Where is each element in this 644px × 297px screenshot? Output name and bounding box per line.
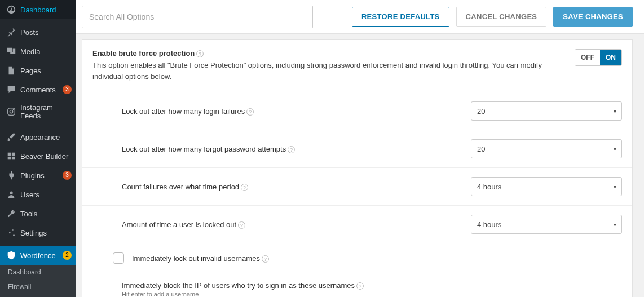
count-period-select[interactable]: 4 hours: [471, 177, 622, 196]
page-icon: [6, 65, 17, 76]
sidebar-item-label: Appearance: [20, 133, 72, 141]
sidebar-item-instagram[interactable]: Instagram Feeds: [0, 99, 76, 124]
svg-rect-5: [8, 157, 11, 159]
section-header: Enable brute force protection? This opti…: [82, 40, 632, 92]
svg-rect-6: [12, 157, 15, 159]
sidebar-item-label: Pages: [20, 67, 72, 75]
option-label: Lock out after how many login failures?: [122, 107, 471, 116]
main-content: RESTORE DEFAULTS CANCEL CHANGES SAVE CHA…: [76, 0, 644, 297]
sidebar-item-label: Posts: [20, 28, 72, 37]
help-icon[interactable]: ?: [262, 255, 269, 263]
plug-icon: [6, 170, 17, 181]
option-label: Count failures over what time period?: [122, 183, 471, 191]
sidebar-item-tools[interactable]: Tools: [0, 204, 76, 223]
notification-badge: 3: [63, 85, 72, 94]
sidebar-item-dashboard[interactable]: Dashboard: [0, 0, 76, 19]
svg-rect-0: [8, 108, 15, 116]
lockout-forgot-select[interactable]: 20: [471, 139, 622, 158]
sidebar-item-settings[interactable]: Settings: [0, 223, 76, 242]
section-title: Enable brute force protection?: [92, 49, 563, 57]
help-icon[interactable]: ?: [196, 50, 204, 57]
wordfence-submenu: Dashboard Firewall Scan Tools Login Secu…: [0, 265, 76, 297]
sliders-icon: [6, 227, 17, 238]
media-icon: [6, 46, 17, 57]
comment-icon: [6, 84, 17, 95]
svg-point-10: [13, 234, 15, 236]
save-changes-button[interactable]: SAVE CHANGES: [553, 7, 633, 27]
sidebar-item-label: Media: [20, 47, 72, 56]
subitem-firewall[interactable]: Firewall: [0, 280, 76, 294]
option-label: Immediately block the IP of users who tr…: [122, 281, 622, 290]
help-icon[interactable]: ?: [238, 221, 245, 229]
option-row-lockout-time: Amount of time a user is locked out? 4 h…: [82, 206, 632, 243]
admin-sidebar: Dashboard Posts Media Pages Comments 3 I…: [0, 0, 76, 297]
svg-rect-4: [12, 153, 15, 156]
options-panel: Enable brute force protection? This opti…: [82, 39, 633, 297]
sidebar-item-label: Users: [20, 190, 72, 199]
option-label: Lock out after how many forgot password …: [122, 145, 471, 153]
sidebar-item-label: Dashboard: [20, 6, 72, 14]
wrench-icon: [6, 208, 17, 219]
shield-icon: [6, 250, 17, 261]
gauge-icon: [6, 4, 17, 15]
sidebar-item-media[interactable]: Media: [0, 42, 76, 61]
user-icon: [6, 189, 17, 200]
subitem-scan[interactable]: Scan: [0, 294, 76, 297]
lockout-failures-select[interactable]: 20: [471, 101, 622, 121]
notification-badge: 2: [63, 251, 72, 260]
svg-rect-3: [8, 153, 11, 156]
sidebar-item-comments[interactable]: Comments 3: [0, 80, 76, 99]
svg-point-9: [9, 232, 11, 234]
grid-icon: [6, 150, 17, 162]
option-row-invalid-usernames: Immediately lock out invalid usernames?: [82, 243, 632, 273]
svg-point-8: [12, 229, 14, 231]
sidebar-item-pages[interactable]: Pages: [0, 61, 76, 80]
option-label: Amount of time a user is locked out?: [122, 220, 471, 229]
option-row-block-ip: Immediately block the IP of users who tr…: [82, 273, 632, 297]
svg-point-2: [13, 109, 14, 110]
option-hint: Hit enter to add a username: [122, 291, 622, 297]
sidebar-item-wordfence[interactable]: Wordfence 2: [0, 246, 76, 265]
option-row-lockout-failures: Lock out after how many login failures? …: [82, 92, 632, 130]
svg-point-7: [10, 192, 12, 194]
sidebar-item-plugins[interactable]: Plugins 3: [0, 166, 76, 185]
sidebar-item-label: Settings: [20, 229, 72, 237]
toggle-on[interactable]: ON: [600, 50, 621, 65]
brute-force-toggle[interactable]: OFF ON: [575, 49, 622, 66]
subitem-dashboard[interactable]: Dashboard: [0, 265, 76, 280]
sidebar-item-label: Plugins: [20, 171, 60, 180]
sidebar-item-label: Wordfence: [20, 251, 60, 260]
sidebar-item-label: Tools: [20, 210, 72, 218]
option-row-lockout-forgot: Lock out after how many forgot password …: [82, 130, 632, 168]
toolbar: RESTORE DEFAULTS CANCEL CHANGES SAVE CHA…: [76, 0, 644, 34]
brush-icon: [6, 131, 17, 143]
instagram-icon: [6, 106, 17, 117]
search-input[interactable]: [82, 6, 313, 28]
sidebar-item-label: Beaver Builder: [20, 152, 72, 161]
sidebar-item-users[interactable]: Users: [0, 185, 76, 204]
restore-defaults-button[interactable]: RESTORE DEFAULTS: [352, 7, 449, 27]
help-icon[interactable]: ?: [288, 146, 295, 153]
sidebar-item-label: Comments: [20, 86, 60, 94]
option-label: Immediately lock out invalid usernames?: [132, 254, 622, 263]
sidebar-item-label: Instagram Feeds: [20, 103, 72, 120]
help-icon[interactable]: ?: [356, 282, 364, 290]
pin-icon: [6, 26, 17, 38]
notification-badge: 3: [63, 171, 72, 180]
help-icon[interactable]: ?: [241, 184, 248, 191]
sidebar-item-appearance[interactable]: Appearance: [0, 127, 76, 147]
lockout-time-select[interactable]: 4 hours: [471, 215, 622, 234]
toggle-off[interactable]: OFF: [575, 50, 600, 65]
sidebar-item-beaver[interactable]: Beaver Builder: [0, 147, 76, 166]
option-row-count-period: Count failures over what time period? 4 …: [82, 168, 632, 206]
help-icon[interactable]: ?: [246, 108, 254, 116]
invalid-usernames-checkbox[interactable]: [113, 252, 124, 264]
svg-point-1: [10, 110, 12, 113]
section-description: This option enables all "Brute Force Pro…: [92, 60, 563, 82]
sidebar-item-posts[interactable]: Posts: [0, 23, 76, 42]
cancel-changes-button[interactable]: CANCEL CHANGES: [456, 7, 547, 27]
